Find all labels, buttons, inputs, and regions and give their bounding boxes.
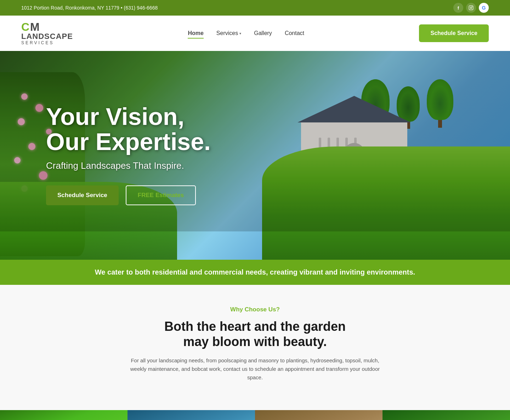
hero-estimates-button[interactable]: FREE Estimates — [126, 185, 196, 205]
estimates-free-label: FREE — [138, 192, 154, 199]
estimates-suffix-label: Estimates — [154, 192, 184, 199]
logo[interactable]: CM LANDSCAPE SERVICES — [21, 21, 73, 45]
why-description: For all your landscaping needs, from poo… — [128, 356, 382, 382]
logo-m: M — [30, 21, 40, 33]
social-icons: f G — [453, 3, 489, 13]
nav-home[interactable]: Home — [188, 30, 203, 36]
hero-subtitle: Crafting Landscapes That Inspire. — [46, 160, 211, 171]
svg-point-2 — [472, 6, 472, 7]
instagram-icon[interactable] — [466, 3, 476, 13]
svg-rect-0 — [469, 6, 473, 10]
logo-landscape: LANDSCAPE — [21, 33, 73, 40]
svg-point-1 — [470, 7, 472, 9]
thumbnail-4[interactable] — [382, 410, 510, 420]
header-schedule-button[interactable]: Schedule Service — [419, 24, 489, 42]
hero-schedule-button[interactable]: Schedule Service — [46, 185, 119, 205]
thumbnail-1[interactable] — [0, 410, 128, 420]
why-label: Why Choose Us? — [21, 306, 489, 313]
hero-title: Your Vision, Our Expertise. — [46, 104, 211, 155]
main-nav: Home Services ▾ Gallery Contact — [188, 30, 304, 36]
header: CM LANDSCAPE SERVICES Home Services ▾ Ga… — [0, 16, 510, 51]
logo-c: C — [21, 21, 30, 33]
nav-contact[interactable]: Contact — [285, 30, 304, 36]
green-banner: We cater to both residential and commerc… — [0, 260, 510, 285]
thumbnails-row — [0, 410, 510, 420]
why-section: Why Choose Us? Both the heart and the ga… — [0, 285, 510, 410]
nav-services[interactable]: Services ▾ — [216, 30, 241, 36]
why-title: Both the heart and the garden may bloom … — [21, 319, 489, 349]
logo-services: SERVICES — [21, 40, 73, 45]
nav-gallery[interactable]: Gallery — [254, 30, 272, 36]
thumbnail-2[interactable] — [128, 410, 255, 420]
google-icon[interactable]: G — [479, 3, 489, 13]
banner-text: We cater to both residential and commerc… — [95, 268, 415, 276]
hero-section: Your Vision, Our Expertise. Crafting Lan… — [0, 51, 510, 260]
hero-buttons: Schedule Service FREE Estimates — [46, 185, 211, 205]
thumbnail-3[interactable] — [255, 410, 382, 420]
address-text: 1012 Portion Road, Ronkonkoma, NY 11779 … — [21, 5, 158, 11]
services-chevron-icon: ▾ — [239, 31, 241, 35]
top-bar: 1012 Portion Road, Ronkonkoma, NY 11779 … — [0, 0, 510, 16]
hero-content: Your Vision, Our Expertise. Crafting Lan… — [46, 104, 211, 205]
facebook-icon[interactable]: f — [453, 3, 463, 13]
